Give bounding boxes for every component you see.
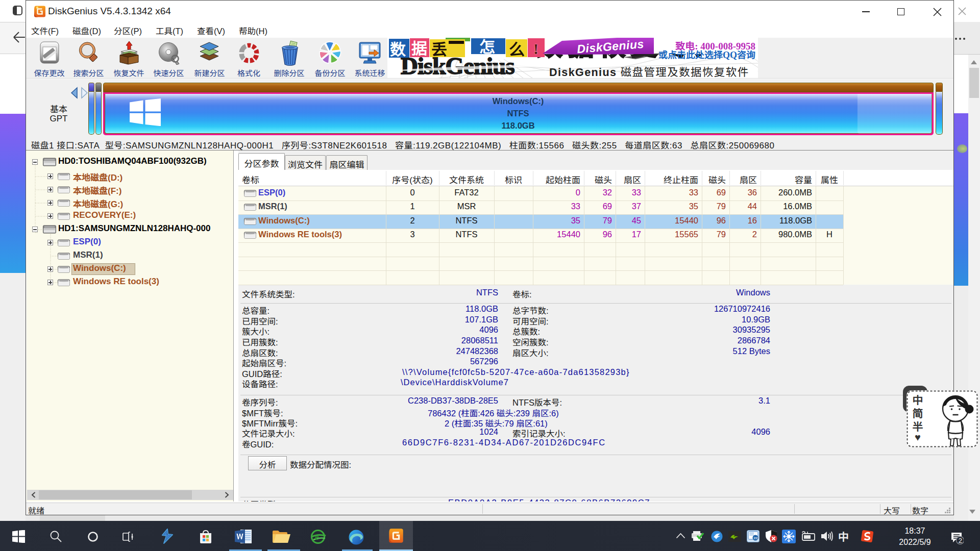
svg-text:int: int	[754, 536, 757, 540]
svg-text:2: 2	[959, 537, 962, 544]
svg-text:e: e	[315, 532, 319, 542]
